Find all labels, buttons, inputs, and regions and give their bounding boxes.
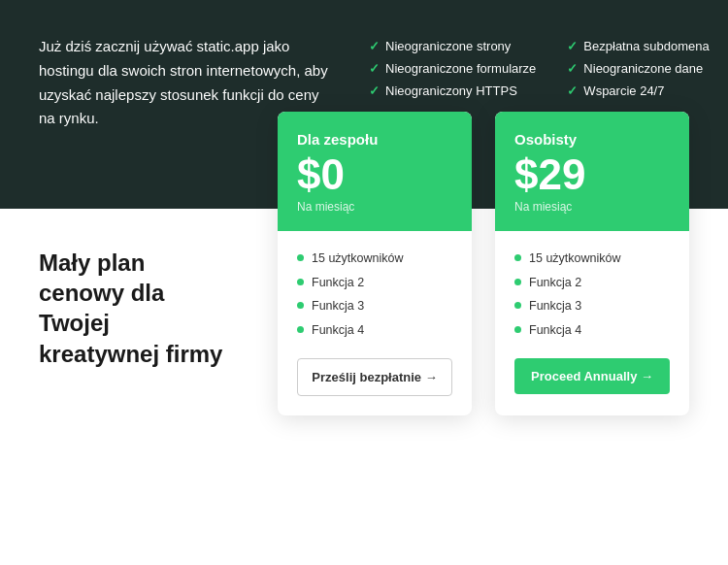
bullet-icon xyxy=(514,279,521,285)
feature-item: ✓Bezpłatna subdomena xyxy=(567,39,709,53)
card-title: Osobisty xyxy=(514,131,670,148)
bottom-section: Mały plan cenowy dla Twojej kreatywnej f… xyxy=(0,209,728,454)
bottom-title: Mały plan cenowy dla Twojej kreatywnej f… xyxy=(39,248,233,369)
card-cta-button-0[interactable]: Prześlij bezpłatnie → xyxy=(297,358,452,396)
list-item: Funkcja 4 xyxy=(297,322,452,340)
list-item: Funkcja 3 xyxy=(297,298,452,316)
bullet-icon xyxy=(297,279,304,285)
bullet-icon xyxy=(297,254,304,261)
card-header: Osobisty $29 Na miesiąc xyxy=(495,112,689,231)
card-body: 15 użytkownikówFunkcja 2Funkcja 3Funkcja… xyxy=(278,231,472,415)
card-price: $29 xyxy=(514,153,670,196)
feature-text: Funkcja 4 xyxy=(312,322,364,340)
list-item: Funkcja 2 xyxy=(514,275,670,292)
feature-label: Nieograniczone strony xyxy=(385,39,511,53)
feature-text: Funkcja 2 xyxy=(529,275,581,292)
feature-item: ✓Nieograniczone formularze xyxy=(369,61,536,76)
feature-text: Funkcja 3 xyxy=(312,298,364,316)
feature-label: Nieograniczone dane xyxy=(583,61,703,76)
feature-text: Funkcja 3 xyxy=(529,298,581,316)
bullet-icon xyxy=(297,326,304,333)
check-icon: ✓ xyxy=(567,83,578,98)
pricing-cards-wrapper: Dla zespołu $0 Na miesiąc 15 użytkownikó… xyxy=(278,112,689,415)
feature-text: Funkcja 2 xyxy=(312,275,364,292)
feature-label: Nieograniczony HTTPS xyxy=(385,83,517,98)
card-period: Na miesiąc xyxy=(297,200,452,214)
feature-text: Funkcja 4 xyxy=(529,322,581,340)
feature-label: Bezpłatna subdomena xyxy=(583,39,709,53)
card-cta-button-1[interactable]: Proceed Annually → xyxy=(514,358,670,394)
list-item: Funkcja 3 xyxy=(514,298,670,316)
check-icon: ✓ xyxy=(369,39,380,53)
bullet-icon xyxy=(297,302,304,309)
feature-label: Nieograniczone formularze xyxy=(385,61,536,76)
feature-item: ✓Nieograniczone dane xyxy=(567,61,709,76)
check-icon: ✓ xyxy=(369,61,380,76)
bullet-icon xyxy=(514,326,521,333)
list-item: Funkcja 2 xyxy=(297,275,452,292)
features-col-2: ✓Bezpłatna subdomena✓Nieograniczone dane… xyxy=(567,39,709,98)
feature-label: Wsparcie 24/7 xyxy=(583,83,664,98)
feature-list: 15 użytkownikówFunkcja 2Funkcja 3Funkcja… xyxy=(514,250,670,339)
feature-item: ✓Nieograniczone strony xyxy=(369,39,536,53)
check-icon: ✓ xyxy=(369,83,380,98)
check-icon: ✓ xyxy=(567,39,578,53)
bottom-left: Mały plan cenowy dla Twojej kreatywnej f… xyxy=(39,209,233,369)
card-title: Dla zespołu xyxy=(297,131,452,148)
bullet-icon xyxy=(514,302,521,309)
feature-list: 15 użytkownikówFunkcja 2Funkcja 3Funkcja… xyxy=(297,250,452,339)
features-grid: ✓Nieograniczone strony✓Nieograniczone fo… xyxy=(369,35,710,98)
page-wrapper: Już dziś zacznij używać static.app jako … xyxy=(0,0,728,565)
pricing-card-0: Dla zespołu $0 Na miesiąc 15 użytkownikó… xyxy=(278,112,472,415)
list-item: 15 użytkowników xyxy=(297,250,452,268)
list-item: 15 użytkowników xyxy=(514,250,670,268)
feature-item: ✓Nieograniczony HTTPS xyxy=(369,83,536,98)
card-price: $0 xyxy=(297,153,452,196)
feature-text: 15 użytkowników xyxy=(529,250,621,268)
pricing-card-1: Osobisty $29 Na miesiąc 15 użytkownikówF… xyxy=(495,112,689,415)
bullet-icon xyxy=(514,254,521,261)
features-col-1: ✓Nieograniczone strony✓Nieograniczone fo… xyxy=(369,39,536,98)
card-body: 15 użytkownikówFunkcja 2Funkcja 3Funkcja… xyxy=(495,231,689,414)
feature-item: ✓Wsparcie 24/7 xyxy=(567,83,709,98)
card-period: Na miesiąc xyxy=(514,200,670,214)
list-item: Funkcja 4 xyxy=(514,322,670,340)
check-icon: ✓ xyxy=(567,61,578,76)
card-header: Dla zespołu $0 Na miesiąc xyxy=(278,112,472,231)
feature-text: 15 użytkowników xyxy=(312,250,404,268)
